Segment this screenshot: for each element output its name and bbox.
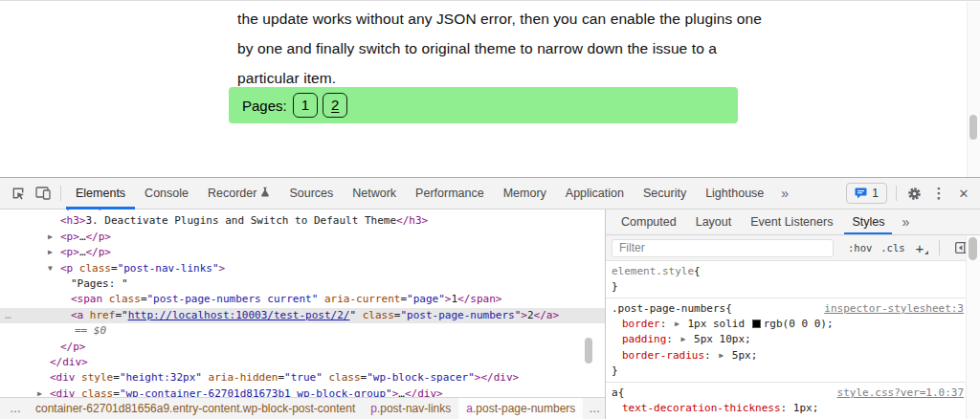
css-property-row[interactable]: border-radius: ▶ 5px; bbox=[606, 348, 980, 364]
css-property-value[interactable]: 5px 10px bbox=[694, 333, 745, 345]
tab-console[interactable]: Console bbox=[135, 178, 198, 210]
expand-value-arrow-icon[interactable]: ▶ bbox=[719, 351, 724, 360]
css-property-name[interactable]: border-radius bbox=[622, 349, 704, 362]
stylesheet-link[interactable]: inspector-stylesheet:3 bbox=[824, 301, 964, 317]
tab-lighthouse[interactable]: Lighthouse bbox=[696, 178, 773, 210]
code-token: class bbox=[76, 387, 114, 397]
css-property-value[interactable]: 1px bbox=[793, 402, 813, 414]
tab-memory[interactable]: Memory bbox=[494, 178, 556, 210]
dom-tree-row[interactable]: "Pages: " bbox=[0, 276, 605, 292]
semicolon: ; bbox=[827, 318, 834, 330]
devtools-toolbar: ElementsConsoleRecorderSourcesNetworkPer… bbox=[0, 178, 980, 210]
page-scrollbar[interactable] bbox=[967, 2, 980, 178]
code-token: </div> bbox=[50, 356, 88, 368]
dom-tree-row[interactable]: ▶<p>…</p> bbox=[0, 245, 605, 260]
experiment-flask-icon bbox=[260, 178, 270, 209]
dom-tree-row[interactable]: </div> bbox=[0, 355, 605, 370]
breadcrumb-item[interactable]: p.post-nav-links bbox=[363, 398, 458, 419]
stylesheet-link[interactable]: style.css?ver=1.0:37 bbox=[837, 386, 964, 401]
tab-application[interactable]: Application bbox=[556, 178, 634, 210]
page-scrollbar-thumb[interactable] bbox=[969, 115, 977, 140]
page-number-link[interactable]: 2 bbox=[323, 93, 347, 118]
elements-scrollbar-thumb[interactable] bbox=[585, 338, 592, 364]
settings-gear-icon[interactable] bbox=[902, 181, 926, 206]
new-style-rule-button[interactable]: + bbox=[916, 240, 924, 256]
breadcrumb-item[interactable]: a.post-page-numbers bbox=[458, 398, 583, 419]
code-token: 3. Deactivate Plugins and Switch to Defa… bbox=[86, 214, 397, 227]
dom-tree-row[interactable]: ▶<div class="wp-container-62701d81673b1 … bbox=[0, 386, 605, 397]
colon: : bbox=[666, 333, 679, 345]
close-brace: } bbox=[606, 364, 980, 378]
device-toolbar-icon[interactable] bbox=[31, 181, 56, 206]
style-rule: a {style.css?ver=1.0:37text-decoration-t… bbox=[606, 383, 980, 419]
dom-tree-row[interactable]: …<a href="http://localhost:10003/test-po… bbox=[0, 308, 605, 323]
css-property-name[interactable]: border bbox=[622, 318, 660, 330]
code-token: <p> bbox=[60, 246, 79, 258]
code-token: class bbox=[73, 262, 111, 275]
tab-elements[interactable]: Elements bbox=[66, 178, 135, 210]
css-property-row[interactable]: padding: ▶ 5px 10px; bbox=[606, 332, 980, 347]
expand-arrow-down-icon[interactable]: ▼ bbox=[48, 261, 60, 276]
more-tabs-chevron-icon[interactable]: » bbox=[773, 186, 796, 201]
breadcrumb-overflow[interactable]: … bbox=[583, 402, 605, 415]
css-property-name[interactable]: text-decoration-thickness bbox=[622, 402, 781, 414]
paragraph-line: the update works without any JSON error,… bbox=[237, 4, 762, 33]
expand-value-arrow-icon[interactable]: ▶ bbox=[681, 335, 686, 343]
styles-tab-layout[interactable]: Layout bbox=[686, 210, 742, 234]
css-property-name[interactable]: padding bbox=[622, 333, 666, 345]
dom-tree-row[interactable]: </p> bbox=[0, 340, 605, 355]
browser-page: the update works without any JSON error,… bbox=[0, 0, 980, 177]
styles-tab-computed[interactable]: Computed bbox=[612, 210, 686, 234]
open-brace: { bbox=[725, 301, 732, 317]
issues-badge[interactable]: 1 bbox=[846, 183, 887, 204]
breadcrumb-overflow[interactable]: … bbox=[4, 402, 28, 415]
tab-security[interactable]: Security bbox=[634, 178, 696, 210]
color-swatch[interactable] bbox=[752, 320, 761, 328]
rule-selector[interactable]: .post-page-numbers bbox=[612, 301, 725, 317]
styles-scrollbar[interactable] bbox=[966, 235, 980, 419]
styles-filter-input[interactable]: Filter bbox=[612, 239, 834, 257]
css-property-value[interactable]: 5px bbox=[732, 349, 751, 362]
colon: : bbox=[781, 402, 793, 414]
code-token: </p> bbox=[86, 210, 112, 211]
close-icon[interactable]: ✕ bbox=[951, 181, 976, 206]
css-property-value[interactable]: rgb(0 0 0) bbox=[764, 318, 827, 330]
tab-recorder[interactable]: Recorder bbox=[198, 178, 279, 210]
colon: : bbox=[704, 349, 717, 362]
dom-tree-row[interactable]: == $0 bbox=[0, 323, 605, 339]
styles-tab-styles[interactable]: Styles bbox=[842, 210, 894, 234]
expand-value-arrow-icon[interactable]: ▶ bbox=[675, 320, 679, 328]
row-overflow-menu[interactable]: … bbox=[5, 308, 12, 323]
dom-tree-row[interactable]: ▼<p class="post-nav-links"> bbox=[0, 261, 605, 276]
cls-toggle-button[interactable]: .cls bbox=[880, 242, 904, 254]
expand-arrow-right-icon[interactable]: ▶ bbox=[37, 386, 50, 397]
css-property-row[interactable]: border: ▶ 1px solid rgb(0 0 0); bbox=[606, 317, 980, 332]
styles-tab-event-listeners[interactable]: Event Listeners bbox=[741, 210, 842, 234]
open-brace: { bbox=[694, 264, 701, 279]
styles-scrollbar-thumb[interactable] bbox=[969, 237, 977, 260]
devtools-body: <p>…</p><h3>3. Deactivate Plugins and Sw… bbox=[0, 210, 980, 419]
rule-selector[interactable]: a bbox=[612, 386, 618, 401]
inspect-icon[interactable] bbox=[6, 181, 31, 206]
expand-arrow-right-icon[interactable]: ▶ bbox=[48, 230, 60, 245]
css-property-value[interactable]: 1px solid bbox=[687, 318, 750, 330]
dom-tree-row[interactable]: ▶<p>…</p> bbox=[0, 230, 605, 245]
dom-tree-row[interactable]: <span class="post-page-numbers current" … bbox=[0, 292, 605, 307]
dom-tree-row[interactable]: <h3>3. Deactivate Plugins and Switch to … bbox=[0, 213, 605, 229]
kebab-menu-icon[interactable]: ⋮ bbox=[926, 181, 951, 206]
code-token: <a bbox=[71, 309, 83, 321]
styles-more-tabs-chevron-icon[interactable]: » bbox=[894, 214, 917, 230]
tab-performance[interactable]: Performance bbox=[406, 178, 494, 210]
breadcrumb-tag: p bbox=[370, 402, 377, 415]
open-brace: { bbox=[618, 386, 625, 401]
rule-selector[interactable]: element.style bbox=[612, 264, 694, 279]
hov-toggle-button[interactable]: :hov bbox=[848, 242, 872, 254]
tab-network[interactable]: Network bbox=[343, 178, 406, 210]
paragraph-line: by one and finally switch to original th… bbox=[237, 33, 762, 63]
expand-arrow-right-icon[interactable]: ▶ bbox=[48, 245, 60, 260]
tab-sources[interactable]: Sources bbox=[279, 178, 343, 210]
breadcrumb-item[interactable]: container-62701d81656a9.entry-content.wp… bbox=[28, 398, 363, 419]
css-property-row[interactable]: text-decoration-thickness: 1px; bbox=[606, 401, 980, 416]
code-token: class bbox=[323, 371, 361, 384]
dom-tree-row[interactable]: <div style="height:32px" aria-hidden="tr… bbox=[0, 370, 605, 386]
